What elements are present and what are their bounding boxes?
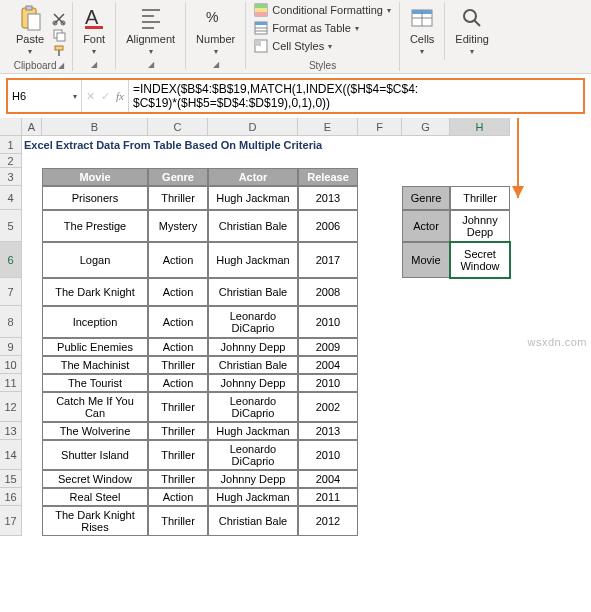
- table-cell[interactable]: 2008: [298, 278, 358, 306]
- worksheet-grid[interactable]: ABCDEFGH 1234567891011121314151617 Excel…: [0, 118, 591, 588]
- row-head-1[interactable]: 1: [0, 136, 22, 154]
- alignment-button[interactable]: Alignment ▾: [122, 2, 179, 58]
- table-cell[interactable]: Prisoners: [42, 186, 148, 210]
- table-cell[interactable]: Action: [148, 278, 208, 306]
- table-cell[interactable]: Thriller: [148, 440, 208, 470]
- format-as-table-button[interactable]: Format as Table ▾: [252, 20, 393, 36]
- table-cell[interactable]: Thriller: [148, 470, 208, 488]
- col-head-B[interactable]: B: [42, 118, 148, 136]
- table-cell[interactable]: Johnny Depp: [208, 338, 298, 356]
- table-cell[interactable]: Johnny Depp: [208, 470, 298, 488]
- cells-button[interactable]: Cells ▾: [406, 2, 438, 58]
- side-movie-label[interactable]: Movie: [402, 242, 450, 278]
- name-box[interactable]: H6 ▾: [8, 80, 82, 112]
- table-cell[interactable]: 2002: [298, 392, 358, 422]
- table-cell[interactable]: Leonardo DiCaprio: [208, 392, 298, 422]
- table-cell[interactable]: Hugh Jackman: [208, 242, 298, 278]
- table-cell[interactable]: The Prestige: [42, 210, 148, 242]
- format-painter-button[interactable]: [52, 44, 66, 58]
- launcher-icon[interactable]: ◢: [91, 60, 97, 69]
- table-cell[interactable]: Johnny Depp: [208, 374, 298, 392]
- row-head-9[interactable]: 9: [0, 338, 22, 356]
- table-cell[interactable]: Action: [148, 488, 208, 506]
- launcher-icon[interactable]: ◢: [58, 61, 64, 70]
- fx-icon[interactable]: fx: [116, 90, 124, 102]
- table-cell[interactable]: Leonardo DiCaprio: [208, 306, 298, 338]
- row-head-17[interactable]: 17: [0, 506, 22, 536]
- side-genre-value[interactable]: Thriller: [450, 186, 510, 210]
- table-cell[interactable]: Action: [148, 374, 208, 392]
- table-cell[interactable]: Hugh Jackman: [208, 488, 298, 506]
- table-cell[interactable]: 2013: [298, 422, 358, 440]
- col-head-G[interactable]: G: [402, 118, 450, 136]
- table-cell[interactable]: Leonardo DiCaprio: [208, 440, 298, 470]
- table-cell[interactable]: Action: [148, 306, 208, 338]
- row-head-7[interactable]: 7: [0, 278, 22, 306]
- col-head-C[interactable]: C: [148, 118, 208, 136]
- table-header[interactable]: Movie: [42, 168, 148, 186]
- table-cell[interactable]: The Dark Knight Rises: [42, 506, 148, 536]
- table-header[interactable]: Release: [298, 168, 358, 186]
- col-head-H[interactable]: H: [450, 118, 510, 136]
- table-cell[interactable]: The Dark Knight: [42, 278, 148, 306]
- formula-input[interactable]: =INDEX($B$4:$B$19,MATCH(1,INDEX(($H$4=$C…: [129, 80, 583, 112]
- title-cell[interactable]: Excel Extract Data From Table Based On M…: [22, 136, 358, 154]
- copy-button[interactable]: [52, 28, 66, 42]
- table-cell[interactable]: Thriller: [148, 506, 208, 536]
- editing-button[interactable]: Editing ▾: [451, 2, 493, 58]
- row-head-5[interactable]: 5: [0, 210, 22, 242]
- table-cell[interactable]: The Machinist: [42, 356, 148, 374]
- table-cell[interactable]: 2010: [298, 374, 358, 392]
- col-head-F[interactable]: F: [358, 118, 402, 136]
- row-head-3[interactable]: 3: [0, 168, 22, 186]
- row-head-10[interactable]: 10: [0, 356, 22, 374]
- table-cell[interactable]: 2004: [298, 356, 358, 374]
- col-head-D[interactable]: D: [208, 118, 298, 136]
- table-cell[interactable]: Thriller: [148, 356, 208, 374]
- table-header[interactable]: Actor: [208, 168, 298, 186]
- number-button[interactable]: % Number ▾: [192, 2, 239, 58]
- table-cell[interactable]: Mystery: [148, 210, 208, 242]
- row-head-6[interactable]: 6: [0, 242, 22, 278]
- table-cell[interactable]: Hugh Jackman: [208, 422, 298, 440]
- table-cell[interactable]: Real Steel: [42, 488, 148, 506]
- cancel-icon[interactable]: ✕: [86, 90, 95, 103]
- table-cell[interactable]: The Wolverine: [42, 422, 148, 440]
- side-actor-label[interactable]: Actor: [402, 210, 450, 242]
- table-cell[interactable]: Secret Window: [42, 470, 148, 488]
- launcher-icon[interactable]: ◢: [213, 60, 219, 69]
- table-cell[interactable]: 2004: [298, 470, 358, 488]
- table-cell[interactable]: Christian Bale: [208, 356, 298, 374]
- side-actor-value[interactable]: Johnny Depp: [450, 210, 510, 242]
- table-cell[interactable]: Thriller: [148, 186, 208, 210]
- row-head-4[interactable]: 4: [0, 186, 22, 210]
- conditional-formatting-button[interactable]: Conditional Formatting ▾: [252, 2, 393, 18]
- row-head-15[interactable]: 15: [0, 470, 22, 488]
- row-head-13[interactable]: 13: [0, 422, 22, 440]
- table-cell[interactable]: 2010: [298, 440, 358, 470]
- table-cell[interactable]: Thriller: [148, 392, 208, 422]
- table-cell[interactable]: Logan: [42, 242, 148, 278]
- table-cell[interactable]: Shutter Island: [42, 440, 148, 470]
- row-head-2[interactable]: 2: [0, 154, 22, 168]
- row-head-14[interactable]: 14: [0, 440, 22, 470]
- table-cell[interactable]: 2011: [298, 488, 358, 506]
- paste-button[interactable]: Paste ▾: [12, 2, 48, 58]
- table-cell[interactable]: The Tourist: [42, 374, 148, 392]
- table-cell[interactable]: 2010: [298, 306, 358, 338]
- row-head-11[interactable]: 11: [0, 374, 22, 392]
- launcher-icon[interactable]: ◢: [148, 60, 154, 69]
- table-cell[interactable]: 2009: [298, 338, 358, 356]
- row-head-16[interactable]: 16: [0, 488, 22, 506]
- row-head-12[interactable]: 12: [0, 392, 22, 422]
- select-all-corner[interactable]: [0, 118, 22, 136]
- table-cell[interactable]: Catch Me If You Can: [42, 392, 148, 422]
- table-cell[interactable]: Hugh Jackman: [208, 186, 298, 210]
- cut-button[interactable]: [52, 12, 66, 26]
- table-cell[interactable]: Action: [148, 242, 208, 278]
- table-cell[interactable]: 2013: [298, 186, 358, 210]
- col-head-A[interactable]: A: [22, 118, 42, 136]
- table-cell[interactable]: 2006: [298, 210, 358, 242]
- table-cell[interactable]: Thriller: [148, 422, 208, 440]
- table-cell[interactable]: Public Enemies: [42, 338, 148, 356]
